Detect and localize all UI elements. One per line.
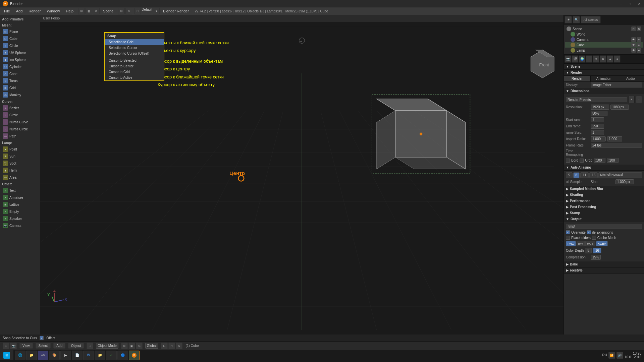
format-rgba[interactable]: RGBA xyxy=(596,241,608,246)
scene-section-header[interactable]: ▼ Scene xyxy=(564,64,644,70)
stamp-header[interactable]: ▶ Stamp xyxy=(564,210,644,216)
snap-selection-to-grid[interactable]: Selection to Grid xyxy=(105,39,164,45)
offset-checkbox[interactable] xyxy=(40,336,44,340)
start-button[interactable]: ⊞ xyxy=(0,350,13,360)
cache-mesh-checkbox[interactable] xyxy=(592,236,596,240)
snap-selection-to-cursor-offset[interactable]: Selection to Cursor (Offset) xyxy=(105,51,164,56)
prop-render-icon[interactable]: 📷 xyxy=(565,55,571,63)
view-button[interactable]: View xyxy=(19,343,33,349)
engine-select[interactable]: Blender Render xyxy=(160,8,192,14)
aa-5[interactable]: 5 xyxy=(566,172,573,178)
display-dropdown[interactable]: Image Editor xyxy=(591,82,642,87)
menu-render[interactable]: Render xyxy=(26,8,43,14)
taskbar-app-9[interactable]: ✓ xyxy=(106,351,117,360)
start-frame-input[interactable]: 1 xyxy=(591,117,604,122)
curve-bezier[interactable]: ∿ Bezier xyxy=(1,105,39,111)
render-section-header[interactable]: ▼ Render xyxy=(564,70,644,76)
taskbar-app-1[interactable]: 🌐 xyxy=(15,351,25,360)
mesh-plane[interactable]: ▭ Plane xyxy=(1,28,39,35)
rotate-icon[interactable]: R xyxy=(168,343,175,349)
lamp-area[interactable]: ▬ Area xyxy=(1,174,39,181)
scene-select[interactable]: Scene xyxy=(100,8,116,14)
viewport-content[interactable]: + Центр xyxy=(40,22,564,335)
end-frame-input[interactable]: 250 xyxy=(591,124,604,129)
tree-camera[interactable]: Camera 👁 ● xyxy=(565,37,643,42)
mesh-cube[interactable]: □ Cube xyxy=(1,35,39,42)
lamp-view-toggle[interactable]: 👁 xyxy=(631,48,636,53)
tree-cube[interactable]: Cube 👁 ● xyxy=(565,42,643,48)
menu-add[interactable]: Add xyxy=(13,8,25,14)
other-speaker[interactable]: ♪ Speaker xyxy=(1,215,39,222)
placeholders-checkbox[interactable] xyxy=(566,236,570,240)
view-icon-1[interactable]: ⊞ xyxy=(78,8,85,14)
curve-circle[interactable]: ○ Circle xyxy=(1,112,39,118)
transform-select[interactable]: Global xyxy=(145,343,158,349)
snap-cursor-to-center[interactable]: Cursor to Center xyxy=(105,63,164,69)
new-input[interactable]: :100 xyxy=(607,158,619,163)
prop-data-icon[interactable]: ▲ xyxy=(607,55,613,63)
presets-add[interactable]: + xyxy=(629,96,635,103)
curve-path[interactable]: — Path xyxy=(1,133,39,139)
res-y-input[interactable]: 1080 px xyxy=(610,105,629,110)
menu-file[interactable]: File xyxy=(1,8,13,14)
object-button[interactable]: Object xyxy=(68,343,84,349)
format-bw[interactable]: BW xyxy=(577,241,585,246)
tree-scene[interactable]: Scene R S xyxy=(565,26,643,32)
cube-select[interactable]: ● xyxy=(637,43,641,47)
mode-select[interactable]: Object Mode xyxy=(96,343,118,349)
prop-modifiers-icon[interactable]: ⚙ xyxy=(600,55,606,63)
crop-checkbox[interactable] xyxy=(580,159,584,163)
scale-icon[interactable]: S xyxy=(176,343,182,349)
presets-remove[interactable]: - xyxy=(636,96,642,103)
rp-view-tab[interactable]: 👁 xyxy=(565,16,572,23)
lamp-sun[interactable]: ☀ Sun xyxy=(1,153,39,160)
tree-world[interactable]: World xyxy=(565,32,643,37)
aa-size-input[interactable]: 1.000 px xyxy=(615,179,634,184)
snap-cursor-to-active[interactable]: Cursor to Active xyxy=(105,75,164,80)
lamp-hemi[interactable]: ◗ Hemi xyxy=(1,167,39,174)
taskbar-app-7[interactable]: W xyxy=(83,351,94,360)
render-presets-dropdown[interactable]: Render Presets xyxy=(566,97,627,102)
minimize-button[interactable]: ─ xyxy=(616,0,625,7)
snap-magnet-icon[interactable]: ⊕ xyxy=(121,343,128,349)
menu-help[interactable]: Help xyxy=(63,8,76,14)
taskbar-app-3[interactable]: AB xyxy=(38,351,48,360)
taskbar-app-4[interactable]: 🎨 xyxy=(49,351,60,360)
mesh-monkey[interactable]: ◎ Monkey xyxy=(1,92,39,98)
depth-16[interactable]: 16 xyxy=(593,248,601,253)
mesh-cone[interactable]: △ Cone xyxy=(1,70,39,77)
snap-options-icon[interactable]: ◎ xyxy=(136,343,143,349)
grab-icon[interactable]: G xyxy=(161,343,168,349)
tree-lamp[interactable]: Lamp 👁 ● xyxy=(565,48,643,53)
add-button[interactable]: Add xyxy=(53,343,65,349)
shading-header[interactable]: ▶ Shading xyxy=(564,192,644,198)
prop-material-icon[interactable]: ● xyxy=(614,55,621,63)
other-text[interactable]: T Text xyxy=(1,187,39,194)
mesh-circle[interactable]: ○ Circle xyxy=(1,42,39,49)
mesh-uvsphere[interactable]: ● UV Sphere xyxy=(1,49,39,56)
audio-tab[interactable]: Audio xyxy=(617,76,644,81)
prop-constraints-icon[interactable]: ⊕ xyxy=(593,55,599,63)
aa-16[interactable]: 16 xyxy=(589,172,598,178)
aa-section-header[interactable]: ▼ Anti-Aliasing xyxy=(564,165,644,171)
taskbar-app-6[interactable]: 📄 xyxy=(72,351,83,360)
aspect-x-input[interactable]: 1.000 xyxy=(591,136,606,141)
mesh-cylinder[interactable]: ⬡ Cylinder xyxy=(1,63,39,70)
close-button[interactable]: ✕ xyxy=(635,0,644,7)
output-path-input[interactable]: .tmp\ xyxy=(566,224,642,229)
camera-select[interactable]: ● xyxy=(637,37,641,42)
prop-obj-icon[interactable]: □ xyxy=(586,55,592,63)
aa-filter-dropdown[interactable]: Mitchell-Netravali xyxy=(598,172,642,178)
taskbar-app-8[interactable]: 📁 xyxy=(95,351,105,360)
rp-all-scenes[interactable]: All Scenes xyxy=(581,16,601,23)
tray-network-icon[interactable]: 📶 xyxy=(608,352,615,359)
layout-expand[interactable]: ▾ xyxy=(153,8,160,14)
other-empty[interactable]: + Empty xyxy=(1,208,39,215)
mesh-torus[interactable]: ⊙ Torus xyxy=(1,77,39,84)
mesh-grid[interactable]: ⊞ Grid xyxy=(1,84,39,91)
motion-blur-header[interactable]: ▶ Sampled Motion Blur xyxy=(564,186,644,192)
post-processing-header[interactable]: ▶ Post Processing xyxy=(564,204,644,210)
old-input[interactable]: :100 xyxy=(594,158,605,163)
rp-search-tab[interactable]: 🔍 xyxy=(573,16,580,23)
performance-header[interactable]: ▶ Performance xyxy=(564,198,644,204)
